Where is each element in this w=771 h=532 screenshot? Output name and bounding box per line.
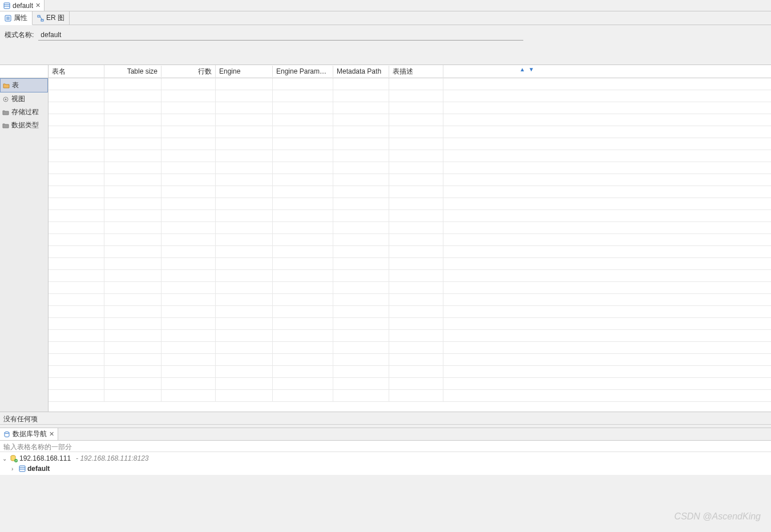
col-table-name[interactable]: 表名: [49, 65, 104, 78]
svg-point-11: [5, 98, 7, 100]
nav-tree: ⌄ 192.168.168.111 - 192.168.168.111:8123…: [0, 452, 771, 475]
sidebar-item-procedures[interactable]: 存储过程: [0, 106, 48, 119]
schema-name-input[interactable]: [38, 30, 523, 41]
filter-placeholder: 输入表格名称的一部分: [3, 443, 72, 451]
chevron-right-icon[interactable]: ›: [11, 466, 17, 472]
watermark: CSDN @AscendKing: [675, 511, 761, 522]
schema-name-row: 模式名称:: [0, 25, 771, 45]
folder-icon: [2, 109, 9, 116]
folder-icon: [2, 122, 9, 129]
sidebar-item-label: 数据类型: [11, 120, 39, 130]
bottom-tab-label: 数据库导航: [13, 429, 47, 439]
tab-db-navigator[interactable]: 数据库导航 ✕: [0, 428, 58, 440]
svg-rect-15: [19, 466, 25, 471]
bottom-tab-bar: 数据库导航 ✕: [0, 428, 771, 441]
close-icon[interactable]: ✕: [49, 430, 54, 438]
sidebar-item-views[interactable]: 视图: [0, 92, 48, 106]
filter-input[interactable]: 输入表格名称的一部分: [0, 441, 771, 452]
schema-icon: [3, 2, 10, 9]
table-header: 表名 Table size 行数 Engine Engine Paramet..…: [49, 65, 771, 78]
folder-icon: [3, 82, 10, 89]
svg-rect-0: [4, 3, 10, 9]
sub-tab-bar: 属性 ER 图: [0, 11, 771, 25]
db-navigator-panel: 数据库导航 ✕ 输入表格名称的一部分 ⌄ 192.168.168.111 - 1…: [0, 428, 771, 475]
status-bar: 没有任何项: [0, 412, 771, 424]
connection-icon: [10, 454, 18, 462]
tab-properties-label: 属性: [14, 13, 27, 23]
table-area: ▲ ▼ 表名 Table size 行数 Engine Engine Param…: [49, 65, 771, 412]
col-engine[interactable]: Engine: [216, 66, 273, 77]
connection-label: 192.168.168.111: [19, 454, 71, 462]
sidebar-item-label: 视图: [11, 94, 25, 104]
status-empty-text: 没有任何项: [3, 415, 38, 423]
editor-tab-default[interactable]: default ✕: [0, 0, 45, 11]
col-rows[interactable]: 行数: [162, 65, 216, 78]
tree-connection-node[interactable]: ⌄ 192.168.168.111 - 192.168.168.111:8123: [0, 453, 771, 464]
col-description[interactable]: 表描述: [389, 65, 443, 78]
schema-icon: [19, 465, 26, 472]
editor-tab-label: default: [13, 2, 33, 10]
tab-er-diagram[interactable]: ER 图: [33, 11, 70, 25]
diagram-icon: [37, 15, 44, 22]
sidebar-item-datatypes[interactable]: 数据类型: [0, 119, 48, 132]
sidebar-item-tables[interactable]: 表: [0, 78, 48, 92]
col-metadata-path[interactable]: Metadata Path: [333, 66, 389, 77]
tab-properties[interactable]: 属性: [0, 11, 33, 25]
tree-schema-node[interactable]: › default: [0, 464, 771, 474]
sidebar-item-label: 表: [12, 80, 19, 90]
sort-arrows: ▲ ▼: [519, 66, 534, 72]
sort-up-icon[interactable]: ▲: [519, 66, 525, 72]
table-body[interactable]: [49, 78, 771, 412]
sort-down-icon[interactable]: ▼: [528, 66, 534, 72]
tab-er-label: ER 图: [46, 13, 64, 23]
connection-address: - 192.168.168.111:8123: [76, 454, 148, 462]
category-sidebar: 表 视图 存储过程 数据类型: [0, 65, 49, 412]
close-icon[interactable]: ✕: [35, 2, 41, 9]
main-area: 表 视图 存储过程 数据类型 ▲ ▼ 表名 Table s: [0, 65, 771, 412]
col-engine-params[interactable]: Engine Paramet...: [273, 66, 333, 77]
schema-label: default: [27, 465, 50, 473]
database-icon: [3, 431, 10, 438]
chevron-down-icon[interactable]: ⌄: [2, 456, 8, 462]
properties-icon: [5, 15, 11, 22]
sidebar-item-label: 存储过程: [11, 107, 39, 117]
folder-icon: [2, 96, 9, 103]
svg-rect-7: [38, 15, 40, 17]
svg-point-12: [5, 432, 9, 433]
editor-tab-bar: default ✕: [0, 0, 771, 11]
schema-name-label: 模式名称:: [5, 30, 34, 40]
col-table-size[interactable]: Table size: [104, 66, 162, 77]
